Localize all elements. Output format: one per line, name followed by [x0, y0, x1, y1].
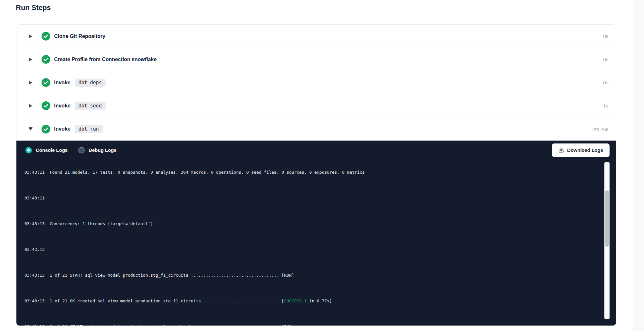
log-line: 03:43:11 Found 21 models, 17 tests, 0 sn… [24, 169, 616, 176]
expand-caret-icon[interactable] [29, 79, 33, 86]
log-timestamp: 03:43:13 [24, 273, 45, 278]
step-command-pill: dbt deps [75, 78, 106, 87]
download-logs-button[interactable]: Download Logs [552, 143, 610, 157]
radio-icon[interactable] [25, 147, 32, 153]
log-panel-header: Console Logs Debug Logs Download Logs [16, 141, 616, 160]
log-timestamp: 03:43:11 [24, 196, 45, 200]
log-scrollbar-thumb[interactable] [605, 190, 609, 247]
log-line: 03:43:13 1 of 21 START sql view model pr… [24, 272, 616, 279]
step-label: Clone Git Repository [54, 33, 105, 39]
step-label: Create Profile from Connection snowflake [54, 57, 156, 62]
log-message [45, 196, 50, 200]
log-message: 2 of 21 START sql view model production.… [45, 324, 279, 326]
log-message: Found 21 models, 17 tests, 0 snapshots, … [45, 170, 365, 175]
step-duration: 0s [603, 33, 608, 39]
log-line: 03:43:11 [24, 195, 616, 201]
run-steps-card: Clone Git Repository 0s Create Profile f… [16, 24, 616, 326]
download-icon [558, 147, 564, 153]
expand-caret-icon[interactable] [29, 56, 33, 63]
log-message [45, 247, 50, 252]
download-logs-label: Download Logs [567, 147, 603, 153]
step-row[interactable]: Invoke dbt run 2m 26s [16, 117, 616, 141]
step-row[interactable]: Invoke dbt deps 0s [16, 71, 616, 94]
step-label: Invoke [54, 103, 71, 109]
step-row[interactable]: Invoke dbt seed 1s [16, 94, 616, 117]
expand-caret-icon[interactable] [29, 33, 33, 40]
expand-caret-icon[interactable] [29, 126, 33, 132]
log-line: 03:43:13 [24, 246, 616, 253]
step-duration: 0s [603, 80, 608, 85]
log-tab[interactable]: Debug Logs [78, 147, 117, 153]
log-tabs: Console Logs Debug Logs [25, 147, 127, 153]
log-tab-label: Console Logs [36, 147, 68, 153]
log-timestamp: 03:43:11 [24, 170, 45, 175]
log-line: 03:43:13 2 of 21 START sql view model pr… [24, 324, 616, 326]
step-duration: 0s [603, 57, 608, 62]
log-tab[interactable]: Console Logs [25, 147, 68, 153]
log-timestamp: 03:43:13 [24, 299, 45, 303]
log-lines: 03:43:11 Found 21 models, 17 tests, 0 sn… [24, 160, 616, 326]
step-command-pill: dbt seed [75, 102, 106, 110]
success-check-icon [42, 55, 50, 64]
log-panel: Console Logs Debug Logs Download Logs 03… [16, 141, 616, 326]
success-check-icon [42, 32, 50, 41]
success-check-icon [42, 78, 50, 87]
log-timestamp: 03:43:13 [24, 324, 45, 326]
log-status: [RUN] [279, 273, 294, 278]
log-message: 1 of 21 OK created sql view model produc… [45, 299, 279, 303]
success-check-icon [42, 125, 50, 133]
log-line: 03:43:13 1 of 21 OK created sql view mod… [24, 298, 616, 304]
log-status: [SUCCESS 1 in 0.77s] [279, 299, 332, 303]
radio-icon[interactable] [78, 147, 85, 153]
log-message: 1 of 21 START sql view model production.… [45, 273, 279, 278]
page-title: Run Steps [16, 4, 51, 12]
log-status: [RUN] [279, 324, 294, 326]
step-label: Invoke [54, 80, 71, 86]
success-check-icon [42, 101, 50, 110]
log-tab-label: Debug Logs [89, 147, 117, 153]
step-row[interactable]: Create Profile from Connection snowflake… [16, 48, 616, 71]
log-scrollbar[interactable] [604, 162, 610, 319]
log-timestamp: 03:43:13 [24, 247, 45, 252]
log-timestamp: 03:43:13 [24, 221, 45, 226]
step-duration: 1s [603, 103, 608, 108]
log-message: Concurrency: 1 threads (target='default'… [45, 221, 153, 226]
step-command-pill: dbt run [75, 125, 103, 133]
console-log-output[interactable]: 03:43:11 Found 21 models, 17 tests, 0 sn… [16, 160, 616, 326]
right-gutter [633, 0, 644, 331]
step-row[interactable]: Clone Git Repository 0s [16, 25, 616, 48]
expand-caret-icon[interactable] [29, 103, 33, 109]
step-duration: 2m 26s [592, 126, 608, 132]
step-list: Clone Git Repository 0s Create Profile f… [16, 25, 616, 141]
step-label: Invoke [54, 126, 71, 132]
log-line: 03:43:13 Concurrency: 1 threads (target=… [24, 221, 616, 227]
